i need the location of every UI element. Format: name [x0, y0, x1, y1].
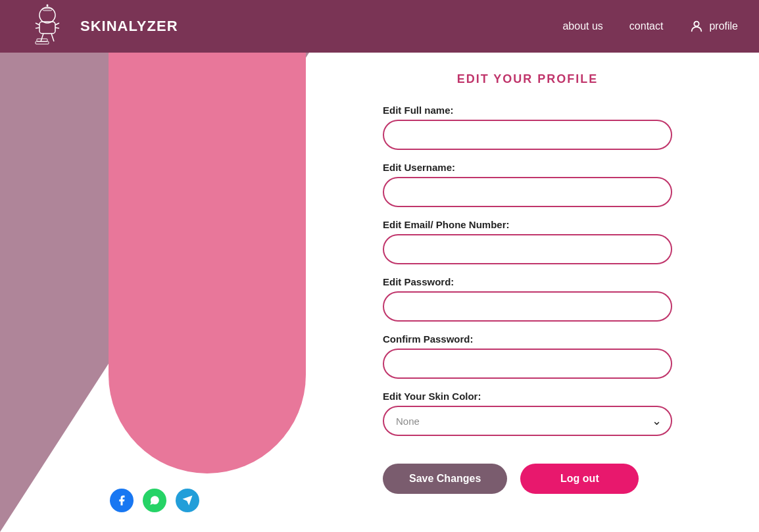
left-decorative-panel [0, 53, 309, 532]
svg-rect-11 [36, 41, 49, 44]
email-phone-input[interactable] [383, 234, 672, 264]
nav-about-us[interactable]: about us [562, 20, 602, 32]
password-label: Edit Password: [383, 276, 672, 287]
brand-name: SKINALYZER [80, 18, 178, 35]
svg-line-9 [41, 34, 43, 41]
whatsapp-icon[interactable] [143, 489, 166, 512]
logout-button[interactable]: Log out [520, 464, 639, 494]
svg-point-0 [39, 7, 55, 23]
main-content: EDIT YOUR PROFILE Edit Full name: Edit U… [0, 53, 759, 532]
profile-icon [689, 19, 704, 34]
full-name-input[interactable] [383, 120, 672, 150]
svg-line-5 [36, 23, 39, 25]
navbar-logo-area: SKINALYZER [21, 3, 178, 49]
skin-color-label: Edit Your Skin Color: [383, 391, 672, 402]
password-input[interactable] [383, 291, 672, 322]
skin-color-group: Edit Your Skin Color: None Fair Light Me… [383, 391, 672, 436]
form-buttons-row: Save Changes Log out [383, 464, 672, 494]
svg-rect-1 [43, 9, 52, 11]
password-group: Edit Password: [383, 276, 672, 322]
svg-point-3 [47, 5, 49, 7]
profile-form-panel: EDIT YOUR PROFILE Edit Full name: Edit U… [309, 53, 759, 532]
email-phone-label: Edit Email/ Phone Number: [383, 219, 672, 230]
username-label: Edit Username: [383, 162, 672, 173]
pink-decorative-card [109, 53, 306, 473]
telegram-icon[interactable] [176, 489, 199, 512]
svg-line-8 [55, 28, 59, 28]
logo-icon [21, 3, 74, 49]
svg-line-6 [36, 28, 39, 28]
svg-point-13 [695, 22, 699, 26]
nav-profile[interactable]: profile [689, 19, 738, 34]
profile-label: profile [709, 20, 738, 32]
skin-color-select-wrapper: None Fair Light Medium Olive Brown Dark … [383, 406, 672, 436]
save-changes-button[interactable]: Save Changes [383, 464, 507, 494]
full-name-label: Edit Full name: [383, 105, 672, 116]
facebook-icon[interactable] [110, 489, 134, 512]
svg-line-7 [55, 23, 59, 25]
skin-color-select[interactable]: None Fair Light Medium Olive Brown Dark [383, 406, 672, 436]
navbar-links: about us contact profile [562, 19, 738, 34]
email-phone-group: Edit Email/ Phone Number: [383, 219, 672, 264]
svg-rect-12 [37, 39, 47, 41]
nav-contact[interactable]: contact [629, 20, 664, 32]
username-input[interactable] [383, 177, 672, 207]
username-group: Edit Username: [383, 162, 672, 207]
social-icons-row [110, 489, 199, 512]
form-title: EDIT YOUR PROFILE [457, 72, 599, 86]
svg-line-10 [51, 34, 54, 41]
confirm-password-group: Confirm Password: [383, 333, 672, 379]
confirm-password-label: Confirm Password: [383, 333, 672, 345]
confirm-password-input[interactable] [383, 349, 672, 379]
navbar: SKINALYZER about us contact profile [0, 0, 759, 53]
full-name-group: Edit Full name: [383, 105, 672, 150]
form-container: Edit Full name: Edit Username: Edit Emai… [383, 105, 672, 494]
